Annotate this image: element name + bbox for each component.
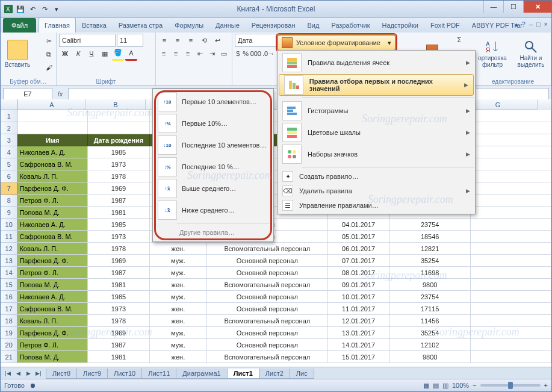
cell[interactable]: муж. [150, 327, 207, 339]
cell[interactable]: 07.01.2017 [328, 255, 390, 267]
cell[interactable]: 14.01.2017 [328, 339, 390, 351]
align-right-button[interactable]: ≡ [182, 48, 193, 60]
increase-indent-button[interactable]: ⇥ [206, 48, 217, 60]
cell[interactable] [471, 267, 551, 279]
row-header[interactable]: 16 [1, 291, 17, 303]
cell[interactable] [471, 158, 551, 170]
excel-icon[interactable]: X [3, 4, 14, 14]
tab-data[interactable]: Данные [209, 17, 246, 33]
tab-page-layout[interactable]: Разметка стра [113, 17, 169, 33]
view-normal-icon[interactable]: ▦ [423, 382, 429, 390]
currency-button[interactable]: $ [235, 48, 241, 60]
cell[interactable]: Сафронова В. М. [17, 303, 88, 315]
borders-button[interactable]: ▦ [99, 48, 111, 60]
cell[interactable]: Вспомогательный персонал [207, 279, 328, 291]
submenu-bottom-10-items[interactable]: ↓10Последние 10 элементов… [153, 134, 273, 156]
row-header[interactable]: 19 [1, 327, 17, 339]
tab-view[interactable]: Вид [302, 17, 326, 33]
sheet-tab[interactable]: Лист10 [107, 369, 142, 379]
menu-clear-rules[interactable]: ⌫ Удалить правила ▶ [278, 184, 475, 198]
cell[interactable]: муж. [150, 339, 207, 351]
select-all-corner[interactable] [1, 99, 18, 110]
cell[interactable]: Сафронова В. М. [17, 158, 88, 170]
cell[interactable]: Основной персонал [207, 303, 328, 315]
zoom-out-button[interactable]: − [473, 382, 476, 389]
cut-button[interactable]: ✂ [43, 35, 55, 47]
italic-button[interactable]: К [72, 48, 84, 60]
cell[interactable] [471, 351, 551, 363]
cell[interactable]: Вспомогательный персонал [207, 351, 328, 363]
row-header[interactable]: 17 [1, 303, 17, 315]
cell[interactable] [471, 327, 551, 339]
cell[interactable]: Парфенов Д. Ф. [17, 327, 88, 339]
cell[interactable] [471, 315, 551, 327]
cell[interactable]: 1973 [88, 158, 150, 170]
cell[interactable]: Петров Ф. Л. [17, 267, 88, 279]
submenu-top-10-percent[interactable]: ↑%Первые 10%… [153, 113, 273, 134]
submenu-top-10-items[interactable]: ↑10Первые 10 элементов… [153, 91, 273, 113]
menu-data-bars[interactable]: Гистограммы ▶ [278, 100, 475, 122]
save-button[interactable]: 💾 [15, 4, 26, 14]
cell[interactable]: 9800 [390, 351, 471, 363]
format-painter-button[interactable]: 🖌 [43, 61, 55, 73]
align-bottom-button[interactable]: ≡ [185, 34, 197, 46]
cell[interactable] [471, 303, 551, 315]
fx-icon[interactable]: fx [55, 89, 66, 99]
cell[interactable]: 12102 [390, 339, 471, 351]
col-header-B[interactable]: B [86, 99, 146, 110]
font-size-combo[interactable]: 11 [117, 34, 143, 47]
cell[interactable]: Коваль Л. П. [17, 315, 88, 327]
minimize-ribbon-icon[interactable]: ▴ [515, 20, 518, 28]
cell[interactable] [471, 219, 551, 231]
submenu-bottom-10-percent[interactable]: ↓%Последние 10 %… [153, 156, 273, 178]
row-header[interactable]: 15 [1, 279, 17, 291]
align-left-button[interactable]: ≡ [158, 48, 169, 60]
row-header[interactable]: 20 [1, 339, 17, 351]
sheet-tab[interactable]: Диаграмма1 [176, 369, 227, 379]
cell[interactable]: 11698 [390, 267, 471, 279]
cell[interactable]: Попова М. Д. [17, 207, 88, 219]
tab-review[interactable]: Рецензирован [246, 17, 302, 33]
tab-addins[interactable]: Надстройки [376, 17, 424, 33]
cell[interactable]: 04.01.2017 [328, 219, 390, 231]
row-header[interactable]: 5 [1, 158, 17, 170]
cell[interactable]: Николаев А. Д. [17, 291, 88, 303]
sheet-tab[interactable]: Лист9 [76, 369, 108, 379]
cell[interactable]: 1987 [88, 194, 150, 207]
cell[interactable]: 1973 [88, 231, 150, 243]
font-name-combo[interactable]: Calibri [59, 34, 116, 47]
cell[interactable]: 9800 [390, 279, 471, 291]
cell[interactable]: Сафронова В. М. [17, 231, 88, 243]
cell[interactable]: Основной персонал [207, 255, 328, 267]
wrap-text-button[interactable]: ↩ [211, 34, 223, 46]
increase-decimal-button[interactable]: .0→ [262, 48, 274, 60]
cell[interactable]: Парфенов Д. Ф. [17, 255, 88, 267]
name-box[interactable]: E7 [3, 88, 52, 100]
cell[interactable]: 1973 [88, 303, 150, 315]
view-page-break-icon[interactable]: ▥ [442, 382, 448, 390]
cell[interactable]: 1987 [88, 339, 150, 351]
cell[interactable]: 12821 [390, 243, 471, 255]
cell[interactable]: 23754 [390, 219, 471, 231]
cell[interactable]: 1981 [88, 351, 150, 363]
menu-top-bottom-rules[interactable]: Правила отбора первых и последних значен… [279, 74, 474, 96]
merge-button[interactable]: ▭ [219, 48, 229, 60]
col-header-A[interactable]: A [18, 99, 86, 110]
align-middle-button[interactable]: ≡ [172, 34, 184, 46]
cell[interactable] [471, 291, 551, 303]
menu-manage-rules[interactable]: ☰ Управление правилами… [278, 198, 475, 213]
underline-button[interactable]: Ч [85, 48, 98, 60]
cell[interactable]: Петров Ф. Л. [17, 339, 88, 351]
cell[interactable]: 1987 [88, 267, 150, 279]
window-minimize-icon[interactable]: – [529, 20, 533, 28]
sheet-tab[interactable]: Лист2 [259, 369, 290, 379]
zoom-in-button[interactable]: + [544, 382, 548, 389]
row-header[interactable]: 6 [1, 170, 17, 182]
cell[interactable]: Основной персонал [207, 327, 328, 339]
cell[interactable]: 35254 [390, 327, 471, 339]
cell[interactable]: 11.01.2017 [328, 303, 390, 315]
cell[interactable]: 1985 [88, 146, 150, 158]
row-header[interactable]: 21 [1, 351, 17, 363]
find-select-button[interactable]: Найти и выделить [513, 34, 548, 73]
tab-developer[interactable]: Разработчик [325, 17, 376, 33]
